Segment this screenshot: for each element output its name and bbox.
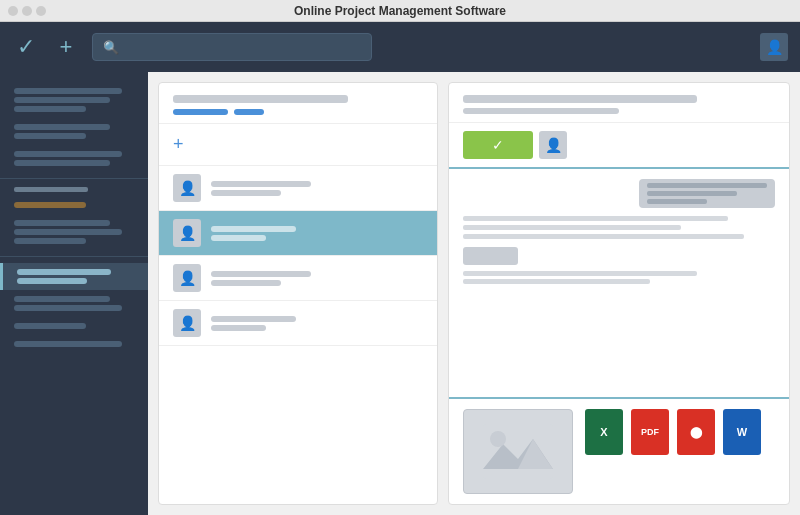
message-bubble-row (463, 179, 775, 208)
list-item[interactable]: 👤 (159, 166, 437, 211)
dot-close (8, 6, 18, 16)
file-label: X (600, 426, 607, 438)
list-text-line (211, 280, 281, 286)
list-item-avatar: 👤 (173, 174, 201, 202)
list-item-text (211, 316, 296, 331)
attachment-files: X PDF ⬤ W (585, 409, 761, 455)
list-item[interactable]: 👤 (159, 256, 437, 301)
list-add-row[interactable]: + (159, 124, 437, 166)
detail-header-title-line (463, 95, 697, 103)
sidebar-line (14, 229, 122, 235)
title-bar: Online Project Management Software (0, 0, 800, 22)
add-button[interactable]: + (52, 33, 80, 61)
file-label: W (737, 426, 747, 438)
list-item-selected[interactable]: 👤 (159, 211, 437, 256)
detail-panel: ✓ 👤 (448, 82, 790, 505)
detail-text-rows (463, 216, 775, 239)
detail-body (449, 169, 789, 397)
sidebar-line (14, 160, 110, 166)
excel-file-icon[interactable]: X (585, 409, 623, 455)
list-text-line (211, 190, 281, 196)
sidebar-line (14, 97, 110, 103)
sidebar-item-5[interactable] (0, 214, 148, 250)
window-title: Online Project Management Software (294, 4, 506, 18)
toolbar: ✓ + 🔍 👤 (0, 22, 800, 72)
sidebar-item-3[interactable] (0, 145, 148, 172)
sidebar-line (14, 296, 110, 302)
sidebar-line (14, 341, 122, 347)
detail-header (449, 83, 789, 123)
pdf-file-icon[interactable]: PDF (631, 409, 669, 455)
user-avatar-button[interactable]: 👤 (760, 33, 788, 61)
svg-point-3 (490, 431, 506, 447)
list-item-text (211, 181, 311, 196)
detail-text-line (463, 234, 744, 239)
bubble-line (647, 183, 767, 188)
detail-more-lines (463, 271, 775, 284)
sidebar-line (14, 323, 86, 329)
person-icon: 👤 (179, 225, 196, 241)
bubble-line (647, 199, 707, 204)
list-item-avatar: 👤 (173, 264, 201, 292)
list-text-line (211, 226, 296, 232)
detail-attachments: X PDF ⬤ W (449, 397, 789, 504)
sidebar-line (14, 220, 110, 226)
list-header-title-line (173, 95, 348, 103)
avatar-icon: 👤 (766, 39, 783, 55)
person-icon: 👤 (179, 180, 196, 196)
sidebar-line (17, 278, 87, 284)
sidebar-item-1[interactable] (0, 82, 148, 118)
add-icon: + (60, 34, 73, 60)
window-controls (8, 6, 46, 16)
sidebar-item-9[interactable] (0, 335, 148, 353)
complete-button[interactable]: ✓ (463, 131, 533, 159)
list-text-line (211, 316, 296, 322)
sidebar-line (17, 269, 111, 275)
sidebar-item-8[interactable] (0, 317, 148, 335)
detail-text-line (463, 225, 681, 230)
list-item-avatar: 👤 (173, 219, 201, 247)
word-file-icon[interactable]: W (723, 409, 761, 455)
assign-button[interactable]: 👤 (539, 131, 567, 159)
list-header-sub-line-1 (173, 109, 228, 115)
check-icon: ✓ (17, 34, 35, 60)
detail-actions: ✓ 👤 (449, 123, 789, 169)
sidebar-divider-2 (0, 256, 148, 257)
list-panel-header (159, 83, 437, 124)
list-add-icon: + (173, 134, 184, 155)
sidebar-item-4[interactable] (0, 196, 148, 214)
svg-rect-0 (483, 424, 553, 479)
content-area: + 👤 👤 (148, 72, 800, 515)
message-bubble (639, 179, 775, 208)
sidebar-line (14, 124, 110, 130)
sidebar-divider (0, 178, 148, 179)
sidebar-item-6-active[interactable] (0, 263, 148, 290)
sidebar (0, 72, 148, 515)
sidebar-line (14, 133, 86, 139)
main-content: + 👤 👤 (0, 72, 800, 515)
list-text-line (211, 271, 311, 277)
list-item-text (211, 226, 296, 241)
file-label: ⬤ (690, 426, 702, 439)
sidebar-line (14, 305, 122, 311)
list-text-line (211, 325, 266, 331)
sidebar-line (14, 106, 86, 112)
search-box[interactable]: 🔍 (92, 33, 372, 61)
list-text-line (211, 235, 266, 241)
sidebar-item-2[interactable] (0, 118, 148, 145)
detail-more-line (463, 279, 650, 284)
sidebar-item-7[interactable] (0, 290, 148, 317)
check-button[interactable]: ✓ (12, 33, 40, 61)
person-icon: 👤 (179, 315, 196, 331)
list-item-avatar: 👤 (173, 309, 201, 337)
sidebar-line (14, 88, 122, 94)
list-item[interactable]: 👤 (159, 301, 437, 346)
person-icon: 👤 (179, 270, 196, 286)
detail-header-sub-line (463, 108, 619, 114)
bubble-line (647, 191, 737, 196)
list-text-line (211, 181, 311, 187)
image-file-icon[interactable]: ⬤ (677, 409, 715, 455)
dot-minimize (22, 6, 32, 16)
detail-tag (463, 247, 518, 265)
list-item-text (211, 271, 311, 286)
